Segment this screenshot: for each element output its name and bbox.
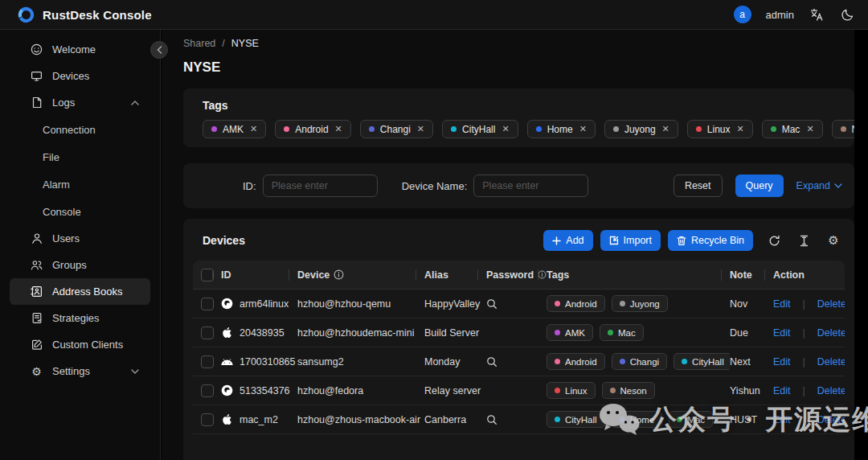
expand-label: Expand [796,180,830,191]
device-name: hzhou@zhous-macbook-air [297,414,424,425]
table-settings-gear-icon[interactable]: ⚙ [825,232,842,249]
device-note: Nov [730,298,773,310]
column-header-device: Device [297,261,424,289]
sidebar-item-connection[interactable]: Connection [0,116,160,143]
info-icon[interactable] [538,269,547,280]
tag-chip-home[interactable]: Home✕ [527,120,596,138]
refresh-icon[interactable] [765,232,783,249]
row-checkbox[interactable] [201,298,214,310]
tag-close-icon[interactable]: ✕ [806,124,813,134]
breadcrumb-current: NYSE [231,38,259,49]
import-button[interactable]: Import [600,230,661,251]
column-header-note: Note [730,261,773,289]
tags-list: AMK✕ Android✕ Changi✕ CityHall✕ Home✕ Ju… [203,120,835,138]
row-checkbox[interactable] [201,413,214,426]
breadcrumb-parent[interactable]: Shared [183,38,215,49]
edit-link[interactable]: Edit [773,356,791,368]
sidebar-item-file[interactable]: File [0,143,160,170]
info-icon[interactable] [334,269,344,280]
tags-panel: Tags AMK✕ Android✕ Changi✕ CityHall✕ Hom… [183,88,854,147]
row-checkbox[interactable] [201,355,214,368]
delete-link[interactable]: Delete [817,414,845,425]
tag-label: Mac [782,124,800,135]
device-name-filter-input[interactable] [473,175,588,197]
sidebar-item-console[interactable]: Console [0,198,160,225]
sidebar-item-devices[interactable]: Devices [10,63,150,89]
query-button[interactable]: Query [735,175,784,197]
sidebar-collapse-button[interactable] [150,41,168,59]
username[interactable]: admin [766,9,794,21]
sidebar-item-strategies[interactable]: Strategies [10,305,150,331]
delete-link[interactable]: Delete [817,385,845,396]
tag-close-icon[interactable]: ✕ [736,124,743,134]
rustdesk-logo-icon [18,6,35,23]
action-divider: | [803,414,805,425]
sidebar-item-groups[interactable]: Groups [10,252,150,278]
tag-dot [536,126,542,132]
tag-close-icon[interactable]: ✕ [417,124,424,134]
trash-icon [677,236,686,246]
edit-link[interactable]: Edit [773,414,791,425]
view-password-icon[interactable] [486,298,497,310]
tag-chip-mac[interactable]: Mac✕ [762,120,823,138]
sidebar-item-label: Devices [52,70,89,82]
monitor-icon [31,70,43,82]
device-name: hzhou@hzhou-qemu [297,298,424,310]
edit-link[interactable]: Edit [773,385,791,396]
sidebar-item-address-books[interactable]: Address Books [10,278,150,305]
tag-label: CityHall [462,124,495,135]
tag-chip-changi[interactable]: Changi✕ [360,120,433,138]
row-checkbox[interactable] [201,384,214,397]
language-icon[interactable] [809,6,825,23]
sidebar: Welcome Devices Logs Connection File Ala… [0,30,161,460]
smiley-icon [31,43,43,55]
view-password-icon[interactable] [486,414,497,425]
row-checkbox[interactable] [201,327,214,339]
sidebar-item-alarm[interactable]: Alarm [0,170,160,198]
tag-chip-android[interactable]: Android✕ [275,120,351,138]
view-password-icon[interactable] [486,356,497,368]
tag-chip-amk[interactable]: AMK✕ [203,120,266,138]
row-height-icon[interactable] [795,232,813,249]
delete-link[interactable]: Delete [817,327,845,339]
tag-chip-cityhall[interactable]: CityHall✕ [442,120,518,138]
sidebar-item-users[interactable]: Users [10,225,150,252]
sidebar-item-custom-clients[interactable]: Custom Clients [10,331,150,358]
row-tag: Neson [602,382,655,399]
brand[interactable]: RustDesk Console [0,6,152,23]
expand-toggle[interactable]: Expand [796,180,842,191]
user-avatar[interactable]: a [734,6,751,23]
reset-button[interactable]: Reset [674,175,723,197]
row-tag: Android [547,295,605,312]
edit-link[interactable]: Edit [773,327,791,339]
right-letterbox [854,30,868,460]
delete-link[interactable]: Delete [817,298,845,310]
id-filter-label: ID: [243,180,256,192]
android-os-icon [221,355,233,368]
sidebar-item-welcome[interactable]: Welcome [10,36,150,63]
sidebar-sub-label: Connection [43,124,96,136]
tag-close-icon[interactable]: ✕ [250,124,257,134]
edit-link[interactable]: Edit [773,298,791,310]
tag-close-icon[interactable]: ✕ [662,124,669,134]
add-device-button[interactable]: Add [543,230,592,251]
row-tag: Mac [669,411,713,428]
dark-mode-icon[interactable] [839,6,855,23]
select-all-checkbox[interactable] [201,269,214,281]
sidebar-item-settings[interactable]: ⚙ Settings [10,358,150,384]
sidebar-item-logs[interactable]: Logs [10,89,150,116]
tag-close-icon[interactable]: ✕ [579,124,587,134]
device-alias: Build Server [424,327,486,339]
tag-close-icon[interactable]: ✕ [502,124,509,134]
id-filter-input[interactable] [263,175,378,197]
tag-chip-juyong[interactable]: Juyong✕ [604,120,678,138]
tag-close-icon[interactable]: ✕ [335,124,342,134]
device-id: 20438935 [240,327,285,339]
users-group-icon [31,259,43,271]
tag-dot [211,126,217,132]
chevron-down-icon [131,369,139,374]
delete-link[interactable]: Delete [817,356,845,368]
tag-chip-linux[interactable]: Linux✕ [687,120,753,138]
tag-dot [771,126,776,132]
recycle-bin-button[interactable]: Recycle Bin [668,230,753,251]
